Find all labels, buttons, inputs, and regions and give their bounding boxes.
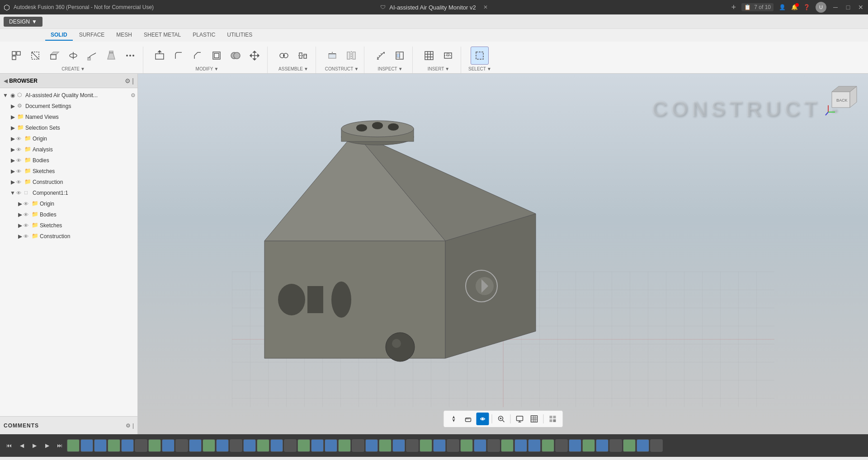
timeline-item-8[interactable] bbox=[162, 439, 175, 452]
timeline-item-29[interactable] bbox=[447, 439, 459, 452]
zoom-btn[interactable] bbox=[495, 413, 507, 425]
user-avatar[interactable]: U bbox=[816, 2, 826, 13]
browser-expand-icon[interactable]: | bbox=[132, 77, 134, 84]
timeline-end-btn[interactable]: ⏭ bbox=[54, 440, 65, 451]
tab-close-btn[interactable]: ✕ bbox=[483, 4, 488, 10]
display-settings-btn[interactable] bbox=[513, 413, 526, 425]
timeline-item-30[interactable] bbox=[460, 439, 473, 452]
tab-surface[interactable]: SURFACE bbox=[74, 30, 110, 41]
tree-origin[interactable]: ▶ 👁 📁 Origin bbox=[0, 133, 137, 144]
timeline-item-31[interactable] bbox=[474, 439, 486, 452]
user-icon[interactable]: 👤 bbox=[779, 4, 786, 10]
c1-construction-arrow[interactable]: ▶ bbox=[16, 233, 24, 240]
timeline-item-18[interactable] bbox=[297, 439, 310, 452]
timeline-item-34[interactable] bbox=[514, 439, 527, 452]
timeline-item-24[interactable] bbox=[379, 439, 392, 452]
timeline-item-36[interactable] bbox=[542, 439, 554, 452]
loft-btn[interactable] bbox=[102, 47, 120, 65]
root-settings-icon[interactable]: ⚙ bbox=[131, 92, 136, 99]
fillet-btn[interactable] bbox=[170, 47, 188, 65]
timeline-item-43[interactable] bbox=[637, 439, 649, 452]
timeline-item-37[interactable] bbox=[555, 439, 568, 452]
help-icon[interactable]: ❓ bbox=[803, 4, 810, 10]
bodies-arrow[interactable]: ▶ bbox=[9, 157, 16, 164]
tree-c1-bodies[interactable]: ▶ 👁 📁 Bodies bbox=[0, 209, 137, 220]
new-tab-btn[interactable]: + bbox=[731, 3, 736, 12]
timeline-item-41[interactable] bbox=[609, 439, 622, 452]
create-label[interactable]: CREATE▼ bbox=[61, 66, 85, 73]
close-btn[interactable]: ✕ bbox=[857, 4, 864, 11]
browser-nav-back[interactable]: ◀ bbox=[4, 78, 8, 84]
tab-solid[interactable]: SOLID bbox=[45, 30, 73, 41]
press-pull-btn[interactable] bbox=[151, 47, 169, 65]
revolve-btn[interactable] bbox=[64, 47, 82, 65]
offset-plane-btn[interactable] bbox=[323, 47, 341, 65]
chamfer-btn[interactable] bbox=[189, 47, 207, 65]
timeline-prev-btn[interactable]: ◀ bbox=[16, 440, 27, 451]
tree-named-views[interactable]: ▶ 📁 Named Views bbox=[0, 112, 137, 122]
pan-btn[interactable] bbox=[462, 413, 474, 425]
midplane-btn[interactable] bbox=[342, 47, 360, 65]
tree-construction[interactable]: ▶ 👁 📁 Construction bbox=[0, 177, 137, 188]
c1-sketches-arrow[interactable]: ▶ bbox=[16, 222, 24, 229]
more-create-btn[interactable] bbox=[121, 47, 139, 65]
tree-doc-settings[interactable]: ▶ ⚙ Document Settings bbox=[0, 101, 137, 112]
timeline-item-16[interactable] bbox=[270, 439, 283, 452]
timeline-item-28[interactable] bbox=[433, 439, 446, 452]
timeline-item-11[interactable] bbox=[203, 439, 215, 452]
move-btn[interactable] bbox=[245, 47, 264, 65]
modify-label[interactable]: MODIFY▼ bbox=[196, 66, 219, 73]
construct-label[interactable]: CONSTRUCT▼ bbox=[325, 66, 359, 73]
sketches-arrow[interactable]: ▶ bbox=[9, 168, 16, 175]
c1-sketches-visible-icon[interactable]: 👁 bbox=[24, 223, 31, 228]
tab-plastic[interactable]: PLASTIC bbox=[187, 30, 221, 41]
construction-arrow[interactable]: ▶ bbox=[9, 178, 16, 186]
c1-origin-arrow[interactable]: ▶ bbox=[16, 200, 24, 207]
timeline-item-26[interactable] bbox=[406, 439, 419, 452]
timeline-item-6[interactable] bbox=[135, 439, 147, 452]
component1-arrow[interactable]: ▼ bbox=[9, 189, 16, 197]
navigate-mode-btn[interactable] bbox=[447, 413, 460, 425]
timeline-item-1[interactable] bbox=[67, 439, 80, 452]
timeline-item-22[interactable] bbox=[352, 439, 364, 452]
design-mode-btn[interactable]: DESIGN ▼ bbox=[4, 17, 42, 27]
timeline-item-14[interactable] bbox=[243, 439, 256, 452]
timeline-item-4[interactable] bbox=[108, 439, 120, 452]
tree-analysis[interactable]: ▶ 👁 📁 Analysis bbox=[0, 144, 137, 155]
timeline-item-3[interactable] bbox=[94, 439, 107, 452]
browser-settings-icon[interactable]: ⚙ bbox=[125, 77, 131, 84]
notification-badge[interactable]: 🔔 bbox=[791, 4, 798, 10]
maximize-btn[interactable]: □ bbox=[844, 4, 852, 11]
view-settings-btn[interactable] bbox=[546, 413, 559, 425]
timeline-item-19[interactable] bbox=[311, 439, 324, 452]
new-component-btn[interactable] bbox=[7, 47, 25, 65]
root-visible-icon[interactable]: ◉ bbox=[9, 92, 16, 99]
analysis-visible-icon[interactable]: 👁 bbox=[16, 147, 24, 152]
tree-c1-sketches[interactable]: ▶ 👁 📁 Sketches bbox=[0, 220, 137, 231]
tree-sketches[interactable]: ▶ 👁 📁 Sketches bbox=[0, 166, 137, 177]
timeline-item-38[interactable] bbox=[569, 439, 581, 452]
c1-origin-visible-icon[interactable]: 👁 bbox=[24, 201, 31, 207]
timeline-item-5[interactable] bbox=[121, 439, 134, 452]
tree-c1-origin[interactable]: ▶ 👁 📁 Origin bbox=[0, 198, 137, 209]
tab-sheet-metal[interactable]: SHEET METAL bbox=[138, 30, 186, 41]
assemble-label[interactable]: ASSEMBLE▼ bbox=[278, 66, 308, 73]
sketches-visible-icon[interactable]: 👁 bbox=[16, 169, 24, 174]
timeline-item-9[interactable] bbox=[175, 439, 188, 452]
tree-c1-construction[interactable]: ▶ 👁 📁 Construction bbox=[0, 231, 137, 242]
align-btn[interactable] bbox=[294, 47, 312, 65]
orbit-btn[interactable] bbox=[476, 413, 489, 425]
construction-visible-icon[interactable]: 👁 bbox=[16, 179, 24, 185]
timeline-item-15[interactable] bbox=[257, 439, 269, 452]
shell-btn[interactable] bbox=[208, 47, 226, 65]
comments-expand-icon[interactable]: | bbox=[132, 422, 134, 429]
minimize-btn[interactable]: ─ bbox=[832, 4, 839, 11]
timeline-item-17[interactable] bbox=[284, 439, 297, 452]
named-views-arrow[interactable]: ▶ bbox=[9, 113, 16, 121]
timeline-item-13[interactable] bbox=[230, 439, 242, 452]
inspect-label[interactable]: INSPECT▼ bbox=[377, 66, 402, 73]
timeline-item-40[interactable] bbox=[596, 439, 609, 452]
timeline-item-23[interactable] bbox=[365, 439, 378, 452]
root-arrow[interactable]: ▼ bbox=[2, 92, 9, 99]
doc-settings-arrow[interactable]: ▶ bbox=[9, 103, 16, 110]
